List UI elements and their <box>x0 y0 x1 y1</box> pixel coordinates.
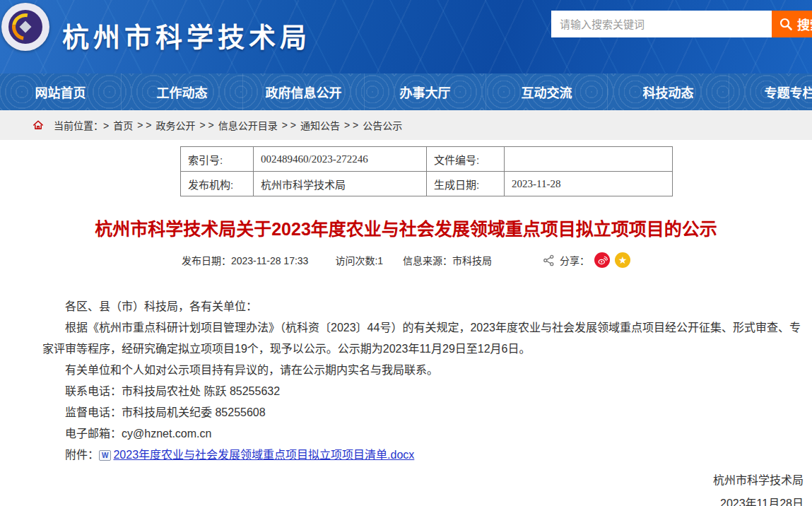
site-title: 杭州市科学技术局 <box>62 16 311 54</box>
search-button-label: 搜索 <box>797 15 812 33</box>
article-main: 索引号: 002489460/2023-272246 文件编号: 发布机构: 杭… <box>0 146 812 506</box>
nav-item-work-updates[interactable]: 工作动态 <box>122 73 243 110</box>
qzone-share-icon[interactable]: ★ <box>615 252 630 268</box>
table-row: 索引号: 002489460/2023-272246 文件编号: <box>181 147 673 172</box>
index-number-value: 002489460/2023-272246 <box>254 147 427 172</box>
breadcrumb-separator: > > <box>344 119 358 131</box>
index-number-label: 索引号: <box>181 147 254 172</box>
word-doc-icon: W <box>99 450 111 461</box>
signoff: 杭州市科学技术局 2023年11月28日 <box>0 469 804 506</box>
visit-count: 访问次数:1 <box>335 253 383 267</box>
attachment-link[interactable]: 2023年度农业与社会发展领域重点项目拟立项项目清单.docx <box>113 449 414 461</box>
publish-date-label: 发布日期： <box>182 255 231 266</box>
file-number-value <box>505 147 673 172</box>
share-group: 分享： ★ <box>543 252 630 268</box>
signoff-agency: 杭州市科学技术局 <box>0 469 804 492</box>
publisher-label: 发布机构: <box>181 172 254 196</box>
paragraph-objection: 有关单位和个人如对公示项目持有异议的，请在公示期内实名与我局联系。 <box>42 360 805 381</box>
file-number-label: 文件编号: <box>427 147 505 172</box>
share-label: 分享： <box>560 253 589 267</box>
nav-item-home[interactable]: 网站首页 <box>0 73 122 110</box>
paragraph-contact-phone: 联系电话：市科技局农社处 陈跃 85255632 <box>42 381 805 402</box>
main-nav: 网站首页 工作动态 政府信息公开 办事大厅 互动交流 科技动态 专题专栏 <box>0 73 812 110</box>
nav-item-service-hall[interactable]: 办事大厅 <box>365 73 486 110</box>
site-header: 杭州市科学技术局 搜索 <box>0 0 812 73</box>
bureau-emblem-logo <box>1 3 49 51</box>
paragraph-salutation: 各区、县（市）科技局，各有关单位： <box>42 296 805 317</box>
info-source-value: 市科技局 <box>452 255 492 266</box>
breadcrumb-item-notices[interactable]: 通知公告 <box>300 118 340 132</box>
nav-item-sci-tech-news[interactable]: 科技动态 <box>608 73 729 110</box>
generate-date-label: 生成日期: <box>427 172 505 196</box>
home-icon <box>33 119 44 131</box>
article-meta: 发布日期：2023-11-28 17:33 访问次数:1 信息来源：市科技局 分… <box>0 252 812 268</box>
article-body: 各区、县（市）科技局，各有关单位： 根据《杭州市重点科研计划项目管理办法》（杭科… <box>42 296 805 466</box>
info-source-label: 信息来源： <box>403 255 452 266</box>
logo-inner-circle <box>8 10 42 44</box>
signoff-date: 2023年11月28日 <box>0 492 804 506</box>
breadcrumb-label: 当前位置：> <box>54 118 109 132</box>
nav-item-gov-info-disclosure[interactable]: 政府信息公开 <box>243 73 365 110</box>
attachment-label: 附件： <box>65 449 99 461</box>
search-input[interactable] <box>551 11 772 37</box>
paragraph-email: 电子邮箱：cy@hznet.com.cn <box>42 423 805 445</box>
breadcrumb-separator: > > <box>199 119 213 131</box>
page: 杭州市科学技术局 搜索 网站首页 工作动态 政府信息公开 办事大厅 互动交流 科… <box>0 0 812 506</box>
table-row: 发布机构: 杭州市科学技术局 生成日期: 2023-11-28 <box>181 172 673 196</box>
weibo-share-icon[interactable] <box>594 252 610 268</box>
attachment-row: 附件：W2023年度农业与社会发展领域重点项目拟立项项目清单.docx <box>42 445 805 466</box>
breadcrumb-item-home[interactable]: 首页 <box>113 118 133 132</box>
paragraph-supervision-phone: 监督电话：市科技局机关纪委 85255608 <box>42 402 805 423</box>
breadcrumb: 当前位置：> 首页 > > 政务公开 > > 信息公开目录 > > 通知公告 >… <box>0 110 812 140</box>
breadcrumb-item-gov-affairs[interactable]: 政务公开 <box>155 118 195 132</box>
article-title: 杭州市科学技术局关于2023年度农业与社会发展领域重点项目拟立项项目的公示 <box>0 215 812 240</box>
share-nodes-icon <box>543 254 555 266</box>
search-button[interactable]: 搜索 <box>772 11 812 37</box>
generate-date-value: 2023-11-28 <box>505 172 673 196</box>
info-source: 信息来源：市科技局 <box>403 253 492 267</box>
breadcrumb-separator: > > <box>282 119 296 131</box>
search-icon <box>779 17 793 31</box>
breadcrumb-separator: > > <box>137 119 151 131</box>
breadcrumb-item-public-announcements[interactable]: 公告公示 <box>363 118 402 132</box>
paragraph-basis: 根据《杭州市重点科研计划项目管理办法》（杭科资〔2023〕44号）的有关规定，2… <box>42 317 805 360</box>
doc-info-table: 索引号: 002489460/2023-272246 文件编号: 发布机构: 杭… <box>180 146 673 196</box>
breadcrumb-item-info-directory[interactable]: 信息公开目录 <box>218 118 278 132</box>
publish-date-value: 2023-11-28 17:33 <box>231 255 309 266</box>
nav-item-special-topics[interactable]: 专题专栏 <box>729 73 812 110</box>
nav-item-interaction[interactable]: 互动交流 <box>486 73 608 110</box>
publish-date: 发布日期：2023-11-28 17:33 <box>182 253 309 267</box>
publisher-value: 杭州市科学技术局 <box>254 172 427 196</box>
